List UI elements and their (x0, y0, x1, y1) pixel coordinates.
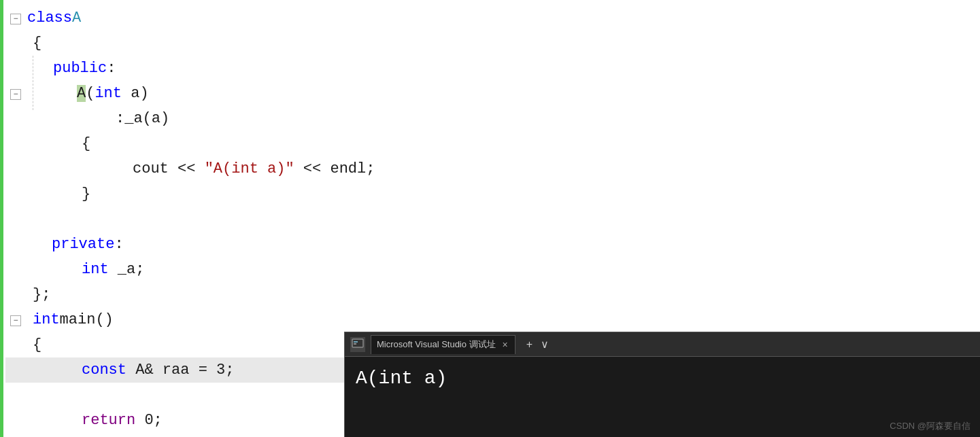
constructor-name: A(int a) (33, 83, 149, 105)
collapse-minus-btn[interactable]: − (10, 89, 21, 100)
line-content: { (27, 133, 980, 155)
class-end: }; (27, 284, 50, 306)
member-decl: int _a; (27, 259, 144, 281)
line-content: class A (27, 7, 980, 29)
line-content: { (27, 33, 980, 54)
brace-open: { (27, 33, 41, 54)
keyword-public: public (33, 58, 107, 80)
table-row: }; (5, 282, 980, 307)
line-content: cout << "A(int a)" << endl; (27, 158, 980, 180)
table-row: private: (5, 232, 980, 257)
return-stmt: return 0; (27, 410, 163, 432)
terminal-chevron-btn[interactable]: ∨ (538, 336, 552, 352)
terminal-body: A(int a) CSDN @阿森要自信 (345, 357, 980, 437)
line-content: int _a; (27, 259, 980, 281)
terminal-tab-label: Microsoft Visual Studio 调试址 (377, 338, 496, 351)
terminal-output: A(int a) (356, 365, 447, 393)
line-content: A(int a) (27, 83, 980, 105)
main-brace-open: { (27, 334, 41, 356)
keyword-private: private (27, 234, 114, 256)
cout-statement: cout << "A(int a)" << endl; (27, 158, 375, 180)
terminal-titlebar: Microsoft Visual Studio 调试址 × + ∨ (345, 332, 980, 357)
keyword-class: class (27, 7, 72, 29)
table-row: :_a(a) (5, 106, 980, 131)
table-row: int _a; (5, 257, 980, 282)
table-row (5, 207, 980, 232)
collapse-minus-btn[interactable]: − (10, 14, 21, 24)
terminal-tab[interactable]: Microsoft Visual Studio 调试址 × (371, 335, 516, 354)
collapse-minus-btn-main[interactable]: − (10, 315, 21, 326)
brace-close: } (27, 183, 90, 205)
class-name: A (72, 7, 81, 29)
table-row: cout << "A(int a)" << endl; (5, 156, 980, 181)
code-editor: − class A { (0, 0, 980, 437)
collapse-control[interactable]: − (5, 315, 27, 326)
svg-rect-0 (352, 339, 363, 347)
terminal-tab-controls: + ∨ (524, 336, 552, 352)
line-content: int main() (27, 309, 980, 331)
table-row: − class A (5, 5, 980, 31)
const-decl: const A& raa = 3; (27, 360, 234, 381)
table-row: { (5, 31, 980, 56)
line-content: private: (27, 234, 980, 256)
table-row: } (5, 181, 980, 207)
line-content: } (27, 183, 980, 205)
line-content: }; (27, 284, 980, 306)
terminal-watermark: CSDN @阿森要自信 (890, 420, 970, 433)
table-row: − A(int a) (5, 81, 980, 106)
table-row: public: (5, 56, 980, 81)
terminal-close-btn[interactable]: × (503, 338, 508, 351)
line-content: public: (27, 58, 980, 80)
keyword-int: int (27, 309, 60, 331)
terminal-icon (350, 337, 365, 352)
collapse-control[interactable]: − (5, 88, 27, 99)
terminal-panel: Microsoft Visual Studio 调试址 × + ∨ A(int … (344, 332, 980, 437)
terminal-add-btn[interactable]: + (524, 337, 535, 352)
table-row: { (5, 131, 980, 156)
table-row: − int main() (5, 307, 980, 332)
brace-open-2: { (27, 133, 90, 155)
initializer: :_a(a) (27, 108, 169, 130)
collapse-control[interactable]: − (5, 13, 27, 24)
line-content: :_a(a) (27, 108, 980, 130)
